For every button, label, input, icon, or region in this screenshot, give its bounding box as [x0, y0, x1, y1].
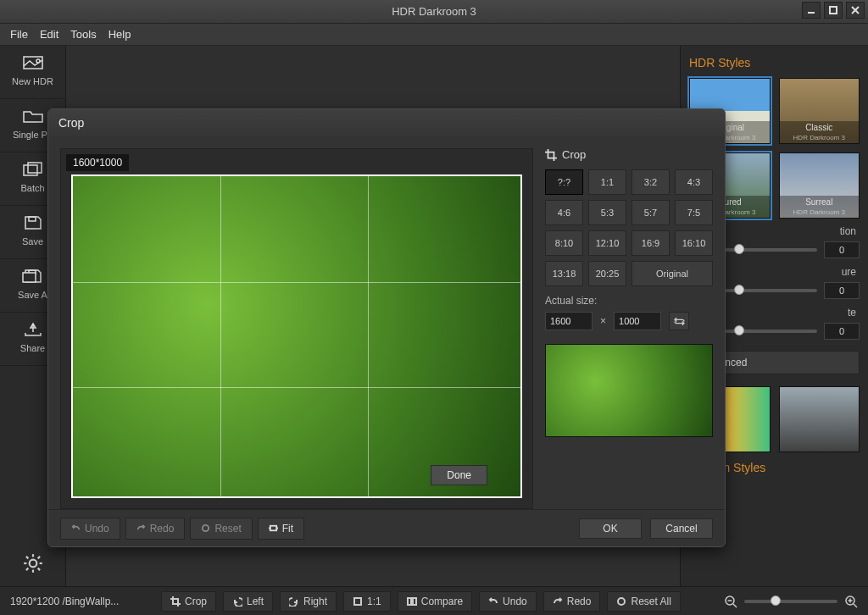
crop-mini-preview — [545, 344, 713, 437]
svg-rect-21 — [408, 598, 411, 605]
crop-cancel-button[interactable]: Cancel — [650, 518, 713, 539]
one-to-one-icon — [353, 596, 363, 607]
gear-icon — [22, 552, 44, 574]
bottom-bar: 1920*1200 /BingWallp... Crop Left Right … — [0, 586, 868, 615]
crop-panel-header: Crop — [545, 148, 713, 161]
bottom-redo[interactable]: Redo — [543, 591, 601, 612]
crop-fit-button[interactable]: Fit — [258, 518, 304, 540]
maximize-button[interactable] — [824, 2, 843, 19]
crop-dimensions-tag: 1600*1000 — [66, 154, 129, 171]
svg-rect-22 — [413, 598, 416, 605]
ratio-8-10[interactable]: 8:10 — [545, 230, 583, 256]
minimize-button[interactable] — [802, 2, 821, 19]
ratio-20-25[interactable]: 20:25 — [588, 261, 626, 286]
menu-tools[interactable]: Tools — [70, 28, 96, 41]
svg-point-31 — [203, 525, 209, 531]
svg-line-18 — [25, 568, 27, 570]
svg-rect-8 — [29, 217, 36, 221]
hdr-styles-heading: HDR Styles — [689, 56, 860, 69]
folder-icon — [22, 108, 44, 125]
slider2-value[interactable]: 0 — [824, 282, 860, 299]
new-hdr-icon — [22, 54, 44, 71]
menu-help[interactable]: Help — [108, 28, 131, 41]
compare-icon — [407, 596, 417, 607]
slider3-value[interactable]: 0 — [824, 323, 860, 340]
rotate-left-icon — [232, 596, 242, 607]
swap-dimensions-button[interactable] — [669, 312, 689, 330]
svg-rect-32 — [270, 526, 276, 531]
sidebar-new-hdr[interactable]: New HDR — [0, 46, 65, 99]
ratio-16-10[interactable]: 16:10 — [675, 230, 713, 256]
ratio-4-3[interactable]: 4:3 — [675, 169, 713, 195]
svg-line-28 — [854, 604, 857, 607]
sidebar-item-label: New HDR — [12, 76, 53, 86]
ratio-grid: ?:? 1:1 3:2 4:3 4:6 5:3 5:7 7:5 8:10 12:… — [545, 169, 713, 286]
bottom-1to1[interactable]: 1:1 — [343, 591, 391, 612]
svg-line-19 — [37, 557, 39, 558]
zoom-in-icon[interactable] — [844, 595, 858, 608]
crop-preview[interactable]: 1600*1000 — [60, 148, 533, 509]
close-button[interactable] — [846, 2, 865, 19]
reset-icon — [201, 524, 210, 533]
crop-done-button[interactable]: Done — [431, 465, 487, 485]
bottom-undo[interactable]: Undo — [479, 591, 537, 612]
crop-ok-button[interactable]: OK — [579, 518, 642, 539]
style-surreal[interactable]: SurrealHDR Darkroom 3 — [779, 152, 860, 219]
sidebar-item-label: Save A — [18, 290, 47, 300]
rotate-right-icon — [289, 596, 299, 607]
zoom-slider[interactable] — [744, 600, 837, 603]
share-icon — [22, 321, 44, 338]
title-bar: HDR Darkroom 3 — [0, 0, 868, 24]
bottom-crop-button[interactable]: Crop — [161, 591, 216, 612]
undo-icon — [71, 524, 81, 533]
style-extra-2[interactable] — [779, 386, 860, 452]
redo-icon — [553, 596, 563, 607]
ratio-1-1[interactable]: 1:1 — [588, 169, 626, 195]
sidebar-item-label: Save — [22, 236, 43, 247]
crop-undo-button[interactable]: Undo — [60, 518, 120, 540]
crop-redo-button[interactable]: Redo — [125, 518, 186, 540]
crop-icon — [545, 149, 557, 161]
crop-icon — [170, 596, 181, 607]
times-symbol: × — [600, 315, 606, 327]
ratio-12-10[interactable]: 12:10 — [588, 230, 626, 256]
ratio-7-5[interactable]: 7:5 — [675, 200, 713, 225]
ratio-3-2[interactable]: 3:2 — [632, 169, 670, 195]
app-title: HDR Darkroom 3 — [392, 5, 476, 18]
svg-rect-6 — [24, 165, 37, 175]
slider1-value[interactable]: 0 — [824, 241, 860, 258]
menu-edit[interactable]: Edit — [40, 28, 58, 41]
settings-gear[interactable] — [0, 540, 65, 586]
menu-bar: File Edit Tools Help — [0, 24, 868, 46]
style-classic[interactable]: ClassicHDR Darkroom 3 — [779, 78, 860, 144]
sidebar-item-label: Batch — [20, 183, 44, 193]
menu-file[interactable]: File — [10, 28, 28, 41]
sidebar-item-label: Share — [20, 343, 45, 353]
ratio-16-9[interactable]: 16:9 — [632, 230, 670, 256]
ratio-5-3[interactable]: 5:3 — [588, 200, 626, 225]
fit-icon — [269, 524, 278, 533]
ratio-13-18[interactable]: 13:18 — [545, 261, 583, 286]
crop-width-input[interactable] — [545, 312, 593, 330]
swap-icon — [674, 316, 685, 327]
zoom-out-icon[interactable] — [724, 595, 737, 608]
save-icon — [22, 214, 44, 231]
svg-point-23 — [618, 598, 625, 605]
ratio-4-6[interactable]: 4:6 — [545, 200, 583, 225]
bottom-compare[interactable]: Compare — [398, 591, 472, 612]
crop-height-input[interactable] — [614, 312, 661, 330]
ratio-original[interactable]: Original — [632, 261, 713, 286]
bottom-rotate-left[interactable]: Left — [223, 591, 273, 612]
svg-rect-20 — [354, 598, 361, 605]
ratio-free[interactable]: ?:? — [545, 169, 583, 195]
crop-image[interactable] — [71, 175, 522, 498]
sidebar-item-label: Single Ph — [13, 130, 53, 140]
ratio-5-7[interactable]: 5:7 — [632, 200, 670, 225]
crop-reset-button[interactable]: Reset — [190, 518, 252, 540]
reset-icon — [616, 596, 626, 607]
bottom-rotate-right[interactable]: Right — [280, 591, 337, 612]
svg-rect-1 — [830, 7, 837, 14]
redo-icon — [136, 524, 146, 533]
svg-line-16 — [25, 557, 27, 558]
bottom-reset-all[interactable]: Reset All — [607, 591, 680, 612]
